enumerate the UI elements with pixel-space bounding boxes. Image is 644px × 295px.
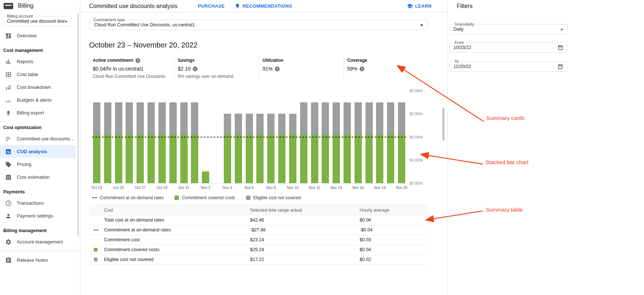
sidebar-item-account-management[interactable]: Account management [0, 235, 76, 248]
sidebar-item-committed-use-discounts[interactable]: Committed use discounts… [0, 132, 76, 145]
bar-commitment-covered[interactable] [191, 135, 198, 183]
bar-eligible-not-covered[interactable] [289, 114, 296, 135]
bar-commitment-covered[interactable] [376, 135, 383, 183]
row-hourly: -$0.04 [360, 227, 428, 232]
sidebar-item-cost-estimation[interactable]: Cost estimation [0, 171, 76, 184]
bar-commitment-covered[interactable] [235, 135, 242, 183]
bar-commitment-covered[interactable] [169, 135, 177, 183]
sidebar-item-release-notes[interactable]: Release Notes [0, 254, 76, 266]
bar-eligible-not-covered[interactable] [115, 102, 122, 135]
bar-commitment-covered[interactable] [180, 135, 188, 183]
sidebar-item-pricing[interactable]: Pricing [0, 158, 76, 171]
bar-commitment-covered[interactable] [256, 135, 264, 183]
bar-commitment-covered[interactable] [333, 135, 340, 183]
bar-commitment-covered[interactable] [267, 135, 275, 183]
bar-eligible-not-covered[interactable] [93, 102, 100, 135]
bar-commitment-covered[interactable] [344, 135, 351, 183]
bar-eligible-not-covered[interactable] [246, 114, 253, 135]
sidebar-item-billing-export[interactable]: Billing export [0, 106, 76, 119]
bar-commitment-covered[interactable] [289, 135, 296, 183]
sidebar-item-budgets-alerts[interactable]: Budgets & alerts [0, 94, 76, 106]
bar-eligible-not-covered[interactable] [191, 102, 198, 135]
bar-commitment-covered[interactable] [126, 135, 133, 183]
bar-commitment-covered[interactable] [278, 135, 285, 183]
bar-eligible-not-covered[interactable] [126, 102, 133, 135]
bar-eligible-not-covered[interactable] [387, 102, 394, 135]
bar-eligible-not-covered[interactable] [278, 114, 285, 135]
bar-commitment-covered[interactable] [387, 135, 394, 183]
legend-item-eligible-cost-not-covered: Eligible cost not covered [246, 195, 301, 200]
help-icon[interactable]: ? [275, 67, 280, 71]
recommendations-button[interactable]: RECOMMENDATIONS [235, 3, 292, 9]
calendar-icon[interactable] [557, 64, 563, 69]
bar-commitment-covered[interactable] [158, 135, 166, 183]
sidebar-item-payment-settings[interactable]: Payment settings [0, 209, 76, 222]
granularity-select[interactable]: Granularity Daily [449, 24, 567, 34]
bar-eligible-not-covered[interactable] [267, 114, 275, 135]
main-scrollbar[interactable] [442, 108, 444, 141]
bar-eligible-not-covered[interactable] [365, 102, 373, 135]
bar-commitment-covered[interactable] [137, 135, 144, 183]
learn-button[interactable]: LEARN [407, 3, 432, 9]
sidebar-item-transactions[interactable]: Transactions [0, 197, 76, 209]
bar-commitment-covered[interactable] [300, 135, 307, 183]
bar-commitment-covered[interactable] [246, 135, 253, 183]
sidebar-scrollbar[interactable] [77, 13, 79, 237]
bar-eligible-not-covered[interactable] [344, 102, 351, 135]
sidebar-item-cud-analysis[interactable]: %CUD analysis [0, 145, 76, 158]
billing-account-select[interactable]: Billing account Committed use discount t… [3, 16, 72, 26]
row-actual: $17.22 [250, 257, 360, 262]
bar-eligible-not-covered[interactable] [311, 102, 318, 135]
purchase-label: PURCHASE [198, 4, 225, 9]
date-from-input[interactable]: From 10/23/22 [449, 42, 567, 53]
bar-commitment-covered[interactable] [398, 135, 405, 183]
bar-eligible-not-covered[interactable] [137, 102, 144, 135]
bar-commitment-covered[interactable] [224, 135, 231, 183]
sidebar-item-label: Cost table [17, 72, 38, 77]
help-icon[interactable]: ? [360, 67, 364, 71]
bar-commitment-covered[interactable] [115, 135, 122, 183]
bar-eligible-not-covered[interactable] [235, 114, 242, 135]
bar-commitment-covered[interactable] [311, 135, 318, 183]
bar-eligible-not-covered[interactable] [376, 102, 383, 135]
sidebar-item-reports[interactable]: Reports [0, 55, 76, 68]
bar-eligible-not-covered[interactable] [169, 102, 177, 135]
granularity-value: Daily [453, 27, 464, 32]
annotation-label-stacked-bar-chart: Stacked bar chart [486, 159, 529, 165]
commitment-type-select[interactable]: Commitment type Cloud Run Committed Use … [89, 20, 428, 30]
bar-eligible-not-covered[interactable] [180, 102, 188, 135]
bar-commitment-covered[interactable] [322, 135, 329, 183]
bar-eligible-not-covered[interactable] [158, 102, 166, 135]
bar-eligible-not-covered[interactable] [354, 102, 362, 135]
help-icon[interactable]: ? [193, 67, 198, 71]
bar-commitment-covered[interactable] [202, 171, 209, 183]
bar-eligible-not-covered[interactable] [322, 102, 329, 135]
bar-eligible-not-covered[interactable] [300, 102, 307, 135]
bar-eligible-not-covered[interactable] [147, 102, 155, 135]
bar-commitment-covered[interactable] [93, 135, 100, 183]
sidebar-item-cost-breakdown[interactable]: Cost breakdown [0, 81, 76, 94]
table-row-commitment-cost: Commitment cost$23.14$0.03 [89, 235, 428, 245]
sidebar-item-cost-table[interactable]: Cost table [0, 68, 76, 81]
bar-eligible-not-covered[interactable] [333, 102, 340, 135]
bar-eligible-not-covered[interactable] [256, 114, 264, 135]
legend-item-commitment-covered-costs: Commitment covered costs [175, 195, 235, 200]
x-axis-label: Oct 27 [130, 186, 150, 190]
card-title: Utilization [262, 58, 341, 63]
bar-commitment-covered[interactable] [147, 135, 155, 183]
pricing-icon [5, 161, 12, 168]
bar-commitment-covered[interactable] [365, 135, 373, 183]
bar-eligible-not-covered[interactable] [104, 102, 111, 135]
sidebar-item-label: Cost estimation [17, 174, 50, 180]
date-to-input[interactable]: To 11/20/22 [449, 61, 567, 72]
sidebar-nav: OverviewCost managementReportsCost table… [0, 29, 80, 266]
bar-commitment-covered[interactable] [104, 135, 111, 183]
bar-eligible-not-covered[interactable] [224, 114, 231, 135]
bar-eligible-not-covered[interactable] [398, 102, 405, 135]
purchase-button[interactable]: PURCHASE [198, 4, 225, 9]
calendar-icon[interactable] [557, 45, 563, 50]
sidebar-item-overview[interactable]: Overview [0, 29, 76, 42]
bar-commitment-covered[interactable] [354, 135, 362, 183]
gray-swatch [94, 258, 97, 261]
help-icon[interactable]: ? [135, 58, 140, 63]
